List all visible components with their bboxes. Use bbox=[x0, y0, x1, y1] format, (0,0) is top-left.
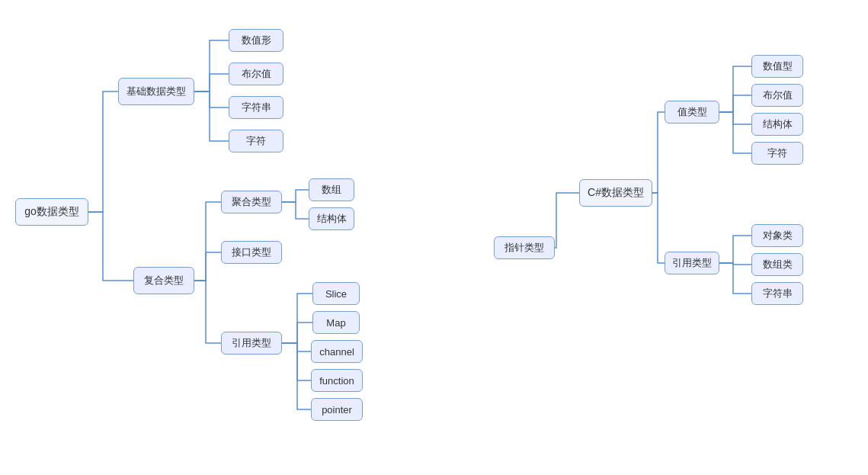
node-vchar: 字符 bbox=[751, 142, 803, 165]
node-vbool: 布尔值 bbox=[751, 84, 803, 107]
node-csharp-root: C#数据类型 bbox=[579, 179, 652, 207]
connector-layer bbox=[0, 0, 868, 475]
node-char1: 字符 bbox=[229, 130, 283, 152]
node-rstring: 字符串 bbox=[751, 282, 803, 305]
node-channel1: channel bbox=[311, 340, 363, 363]
node-robject: 对象类 bbox=[751, 224, 803, 247]
node-rarray: 数组类 bbox=[751, 253, 803, 276]
node-numeric: 数值形 bbox=[229, 29, 283, 52]
node-string1: 字符串 bbox=[229, 96, 283, 119]
node-pointer1: pointer bbox=[311, 398, 363, 421]
node-go-root: go数据类型 bbox=[15, 198, 88, 226]
node-reference1: 引用类型 bbox=[221, 332, 282, 355]
node-ref-type: 引用类型 bbox=[665, 252, 719, 274]
node-composite-type: 复合类型 bbox=[133, 267, 194, 294]
node-interface1: 接口类型 bbox=[221, 241, 282, 264]
node-collection: 聚合类型 bbox=[221, 191, 282, 213]
node-basic-type: 基础数据类型 bbox=[118, 78, 194, 105]
node-slice1: Slice bbox=[312, 282, 360, 305]
node-map1: Map bbox=[312, 311, 360, 334]
node-vstruct: 结构体 bbox=[751, 113, 803, 136]
node-array1: 数组 bbox=[309, 178, 354, 201]
node-function1: function bbox=[311, 369, 363, 392]
node-bool: 布尔值 bbox=[229, 63, 283, 85]
node-vnum: 数值型 bbox=[751, 55, 803, 78]
node-struct1: 结构体 bbox=[309, 207, 354, 230]
node-value-type: 值类型 bbox=[665, 101, 719, 124]
node-pointer2: 指针类型 bbox=[494, 236, 555, 259]
diagram-container: go数据类型 基础数据类型 复合类型 数值形 布尔值 字符串 字符 聚合类型 接… bbox=[0, 0, 868, 475]
